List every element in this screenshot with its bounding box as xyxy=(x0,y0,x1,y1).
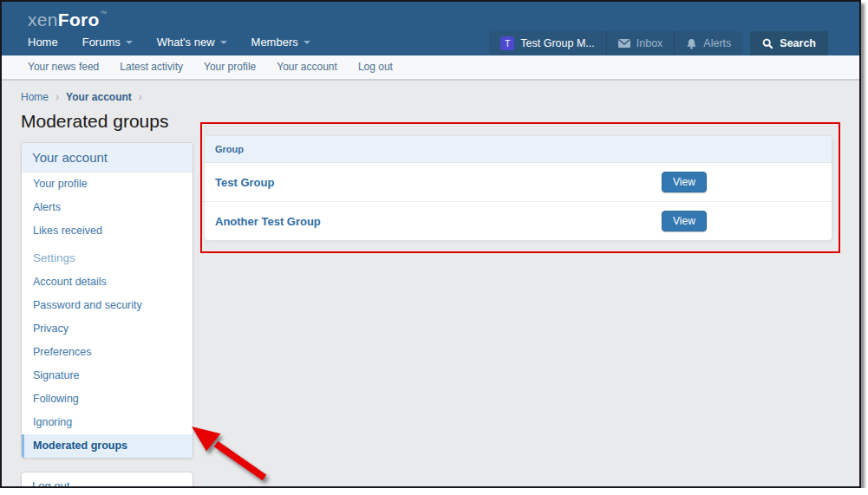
sidebar-item[interactable]: Your profile xyxy=(22,173,193,196)
sidebar-item-label: Preferences xyxy=(33,346,91,358)
inbox-label: Inbox xyxy=(636,37,663,49)
group-name-link[interactable]: Test Group xyxy=(215,176,662,189)
subnav-link[interactable]: Latest activity xyxy=(120,61,183,73)
group-column-header: Group xyxy=(205,136,832,163)
search-button[interactable]: Search xyxy=(750,31,828,55)
xenforo-logo[interactable]: xenForo™ xyxy=(28,10,107,30)
nav-link-label: What's new xyxy=(157,36,215,49)
nav-link-label: Forums xyxy=(82,36,121,49)
sidebar-header-your-account[interactable]: Your account xyxy=(22,143,193,173)
sidebar-item[interactable]: Account details xyxy=(22,270,193,294)
account-tab-group: T Test Group M... Inbox Alerts xyxy=(489,31,742,55)
breadcrumb-separator: › xyxy=(55,91,59,103)
sidebar-item[interactable]: Preferences xyxy=(22,341,193,364)
alerts-label: Alerts xyxy=(703,37,731,49)
sidebar-item[interactable]: Likes received xyxy=(22,219,193,243)
nav-link[interactable]: Home xyxy=(28,36,58,49)
sidebar-item-label: Password and security xyxy=(33,299,142,311)
top-navbar: xenForo™ Home Forums What's new xyxy=(2,2,859,55)
sidebar-item-label: Your profile xyxy=(33,178,88,190)
logout-link[interactable]: Log out xyxy=(22,472,193,488)
secondary-nav: Your news feed Latest activity Your prof… xyxy=(2,55,859,81)
account-tab[interactable]: T Test Group M... xyxy=(489,31,605,55)
table-row: Another Test Group View xyxy=(205,201,832,240)
sidebar-items: Your profile Alerts Likes received Setti… xyxy=(22,173,193,458)
sidebar-item[interactable]: Ignoring xyxy=(22,411,193,434)
sidebar: Your account Your profile Alerts Likes r… xyxy=(21,142,193,488)
subnav-link[interactable]: Your news feed xyxy=(28,61,99,73)
breadcrumb-current[interactable]: Your account xyxy=(66,91,132,103)
sidebar-item-label: Privacy xyxy=(33,322,69,335)
view-button[interactable]: View xyxy=(662,172,707,192)
sidebar-item-label: Moderated groups xyxy=(33,440,127,452)
logo-suffix: Foro xyxy=(58,10,100,29)
sidebar-item-label: Account details xyxy=(33,276,107,288)
subnav-link[interactable]: Your profile xyxy=(204,61,256,73)
sidebar-item[interactable]: Settings xyxy=(22,243,193,270)
view-button[interactable]: View xyxy=(662,211,707,231)
logout-block: Log out xyxy=(21,472,193,488)
action-cell: View xyxy=(662,172,821,192)
main-column: Group Test Group View xyxy=(200,122,840,253)
group-rows: Test Group View Another Test Group V xyxy=(205,163,832,240)
highlight-box: Group Test Group View xyxy=(200,122,840,253)
sidebar-item-label: Alerts xyxy=(33,201,61,213)
sidebar-item[interactable]: Privacy xyxy=(22,317,193,341)
primary-nav: Home Forums What's new Members xyxy=(28,36,310,49)
chevron-down-icon xyxy=(126,41,133,44)
nav-link[interactable]: Forums xyxy=(82,36,133,49)
breadcrumb-home[interactable]: Home xyxy=(21,91,49,103)
action-cell: View xyxy=(662,211,821,231)
avatar: T xyxy=(500,36,514,50)
nav-link[interactable]: What's new xyxy=(157,36,227,49)
navbar-right-cluster: T Test Group M... Inbox Alerts xyxy=(489,31,828,55)
sidebar-item[interactable]: Alerts xyxy=(22,196,193,219)
table-row: Test Group View xyxy=(205,163,832,201)
nav-link[interactable]: Members xyxy=(251,36,310,49)
subnav-link[interactable]: Log out xyxy=(358,61,393,73)
bell-icon xyxy=(686,38,697,49)
content-row: Your account Your profile Alerts Likes r… xyxy=(21,142,840,488)
screenshot-frame: xenForo™ Home Forums What's new xyxy=(0,0,861,488)
sidebar-item-label: Likes received xyxy=(33,225,102,237)
account-nav-block: Your account Your profile Alerts Likes r… xyxy=(21,142,193,459)
chevron-down-icon xyxy=(303,41,310,44)
search-label: Search xyxy=(780,37,816,49)
sidebar-item[interactable]: Signature xyxy=(22,364,193,388)
envelope-icon xyxy=(618,39,630,48)
sidebar-item-label: Ignoring xyxy=(33,416,72,428)
alerts-tab[interactable]: Alerts xyxy=(674,31,742,55)
subnav-link[interactable]: Your account xyxy=(277,61,337,73)
account-label: Test Group M... xyxy=(520,37,594,49)
nav-link-label: Members xyxy=(251,36,298,49)
sidebar-item-label: Signature xyxy=(33,369,80,381)
group-name-link[interactable]: Another Test Group xyxy=(215,215,662,228)
sidebar-item-label: Settings xyxy=(33,251,75,264)
sidebar-item[interactable]: Password and security xyxy=(22,294,193,317)
logo-trademark: ™ xyxy=(100,10,107,17)
sidebar-item-label: Following xyxy=(33,393,79,405)
inbox-tab[interactable]: Inbox xyxy=(606,31,675,55)
search-icon xyxy=(762,38,773,49)
page-body: Home › Your account › Moderated groups Y… xyxy=(2,81,859,488)
chevron-down-icon xyxy=(220,41,227,44)
breadcrumb-separator: › xyxy=(139,91,142,103)
sidebar-item[interactable]: Moderated groups xyxy=(22,434,193,458)
sidebar-item[interactable]: Following xyxy=(22,388,193,411)
logo-prefix: xen xyxy=(28,10,58,29)
moderated-groups-card: Group Test Group View xyxy=(205,136,832,240)
breadcrumb: Home › Your account › xyxy=(21,91,840,103)
nav-link-label: Home xyxy=(28,36,58,49)
